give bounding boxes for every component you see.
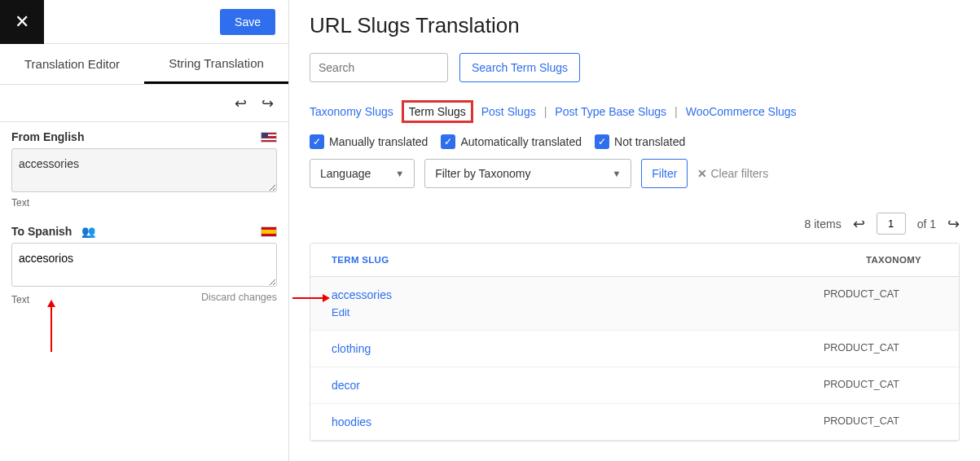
search-input[interactable] <box>310 53 448 82</box>
clear-filters-link[interactable]: ✕Clear filters <box>697 167 768 180</box>
discard-changes-link[interactable]: Discard changes <box>201 292 277 305</box>
checkbox-label: Manually translated <box>329 135 428 148</box>
table-row: accessories Edit PRODUCT_CAT <box>310 277 959 331</box>
tab-translation-editor[interactable]: Translation Editor <box>0 44 144 84</box>
filter-button[interactable]: Filter <box>641 159 688 188</box>
pager-of-label: of 1 <box>917 217 936 230</box>
tab-string-translation[interactable]: String Translation <box>144 44 288 84</box>
tab-post-slugs[interactable]: Post Slugs <box>481 105 536 118</box>
checkbox-label: Not translated <box>614 135 685 148</box>
term-slug-table: TERM SLUG TAXONOMY accessories Edit PROD… <box>310 243 960 441</box>
source-field-type: Text <box>11 197 277 209</box>
annotation-arrow-horizontal <box>292 297 327 299</box>
table-row: decor PRODUCT_CAT <box>310 367 959 404</box>
checkmark-icon: ✓ <box>441 134 455 149</box>
flag-es-icon <box>261 226 277 237</box>
tab-term-slugs[interactable]: Term Slugs <box>402 100 473 123</box>
page-number-input[interactable] <box>877 213 906 235</box>
taxonomy-cell: PRODUCT_CAT <box>824 342 938 353</box>
checkbox-not-translated[interactable]: ✓ Not translated <box>595 134 685 149</box>
separator: | <box>544 105 547 118</box>
dropdown-label: Language <box>320 167 371 180</box>
checkbox-label: Automatically translated <box>460 135 582 148</box>
pager-next-icon[interactable]: ↪ <box>947 215 960 233</box>
slug-link[interactable]: accessories <box>332 288 392 301</box>
table-row: hoodies PRODUCT_CAT <box>310 404 959 441</box>
pager-prev-icon[interactable]: ↩ <box>853 215 865 233</box>
checkbox-manually-translated[interactable]: ✓ Manually translated <box>310 134 428 149</box>
checkmark-icon: ✓ <box>595 134 609 149</box>
item-count: 8 items <box>805 217 842 230</box>
flag-us-icon <box>261 132 277 143</box>
source-text: accessories <box>11 148 277 192</box>
taxonomy-cell: PRODUCT_CAT <box>824 379 938 390</box>
translation-input[interactable]: accesorios <box>11 243 277 287</box>
chevron-down-icon: ▼ <box>395 169 404 178</box>
taxonomy-filter-dropdown[interactable]: Filter by Taxonomy ▼ <box>424 159 631 188</box>
dropdown-label: Filter by Taxonomy <box>435 167 530 180</box>
clear-filters-label: Clear filters <box>710 167 768 180</box>
column-header-taxonomy[interactable]: TAXONOMY <box>845 244 959 276</box>
language-dropdown[interactable]: Language ▼ <box>310 159 415 188</box>
close-icon: ✕ <box>15 11 29 33</box>
target-field-type: Text <box>11 294 29 305</box>
tab-taxonomy-slugs[interactable]: Taxonomy Slugs <box>310 105 393 118</box>
close-button[interactable]: ✕ <box>0 0 44 44</box>
annotation-arrow-vertical <box>51 303 52 352</box>
slug-link[interactable]: hoodies <box>332 415 371 428</box>
edit-link[interactable]: Edit <box>332 306 824 318</box>
close-icon: ✕ <box>697 167 707 180</box>
separator: | <box>675 105 678 118</box>
table-row: clothing PRODUCT_CAT <box>310 331 959 367</box>
translators-icon: 👥 <box>81 225 95 238</box>
search-term-slugs-button[interactable]: Search Term Slugs <box>459 53 580 82</box>
checkmark-icon: ✓ <box>310 134 324 149</box>
checkbox-automatically-translated[interactable]: ✓ Automatically translated <box>441 134 582 149</box>
page-title: URL Slugs Translation <box>310 13 960 38</box>
chevron-down-icon: ▼ <box>612 169 621 178</box>
from-language-label: From English <box>11 130 84 143</box>
slug-link[interactable]: decor <box>332 379 360 392</box>
save-button[interactable]: Save <box>220 9 275 35</box>
next-string-icon[interactable]: ↪ <box>261 94 274 112</box>
slug-link[interactable]: clothing <box>332 342 371 355</box>
tab-woocommerce-slugs[interactable]: WooCommerce Slugs <box>686 105 797 118</box>
column-header-term-slug[interactable]: TERM SLUG <box>310 244 845 276</box>
taxonomy-cell: PRODUCT_CAT <box>824 288 938 300</box>
tab-post-type-base-slugs[interactable]: Post Type Base Slugs <box>555 105 666 118</box>
prev-string-icon[interactable]: ↩ <box>235 94 247 112</box>
to-language-label: To Spanish <box>11 225 72 238</box>
taxonomy-cell: PRODUCT_CAT <box>824 415 938 427</box>
